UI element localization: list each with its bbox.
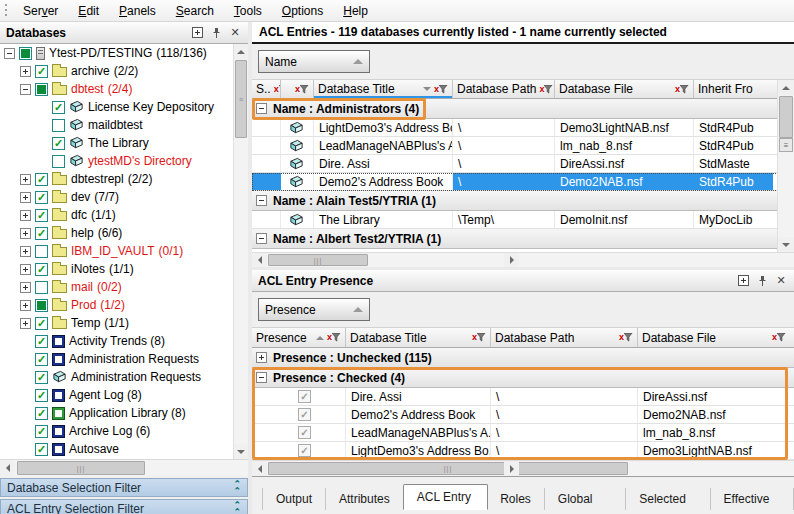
group-row-presence-unchecked[interactable]: Presence : Unchecked (115) xyxy=(252,348,794,368)
tree-item-server-root[interactable]: Ytest-PD/TESTING(118/136) xyxy=(0,44,248,62)
groupby-name-button[interactable]: Name xyxy=(258,50,370,73)
tree-item-administration-requests-1[interactable]: Administration Requests xyxy=(0,350,248,368)
column-header-selection[interactable]: S.. x xyxy=(252,80,281,98)
tree-checkbox[interactable] xyxy=(52,101,65,114)
column-header-database-file[interactable]: Database File x xyxy=(555,80,694,98)
column-header-database-path[interactable]: Database Path x xyxy=(491,328,638,347)
tree-vertical-scrollbar[interactable]: ≡ xyxy=(233,44,248,459)
tree-item-ytestmd-directory[interactable]: ytestMD's Directory xyxy=(0,152,248,170)
column-filter-icon[interactable]: x xyxy=(434,85,448,94)
tree-checkbox[interactable] xyxy=(35,263,48,276)
section-split-icon[interactable]: ≡ xyxy=(779,138,793,152)
scroll-left-icon[interactable] xyxy=(252,253,267,267)
presence-checkbox[interactable] xyxy=(298,390,311,403)
column-filter-icon[interactable]: x xyxy=(472,333,486,342)
expand-icon[interactable] xyxy=(20,66,31,77)
column-header-database-title[interactable]: Database Title x xyxy=(314,80,453,98)
expand-icon[interactable] xyxy=(256,352,267,363)
presence-row[interactable]: LeadManageNABPlus's A... \ lm_nab_8.nsf xyxy=(252,424,794,442)
group-row-administrators[interactable]: Name : Administrators (4) xyxy=(252,99,794,119)
tree-item-activity-trends[interactable]: Activity Trends (8) xyxy=(0,332,248,350)
tree-checkbox[interactable] xyxy=(35,353,48,366)
column-header-icon[interactable]: x xyxy=(281,80,314,98)
menu-item-options[interactable]: Options xyxy=(272,1,333,21)
scroll-up-icon[interactable] xyxy=(778,80,794,95)
tab-attributes[interactable]: Attributes xyxy=(326,488,404,510)
tree-checkbox[interactable] xyxy=(35,335,48,348)
tree-checkbox[interactable] xyxy=(35,83,48,96)
tree-checkbox[interactable] xyxy=(35,425,48,438)
group-row-presence-checked[interactable]: Presence : Checked (4) xyxy=(252,368,794,388)
column-header-inherit-from[interactable]: Inherit Fro xyxy=(694,80,773,98)
tree-checkbox[interactable] xyxy=(35,173,48,186)
tree-checkbox[interactable] xyxy=(52,155,65,168)
acl-entry-row[interactable]: The Library \Temp\ DemoInit.nsf MyDocLib xyxy=(252,211,794,229)
expand-panel-icon[interactable] xyxy=(736,274,750,288)
presence-row[interactable]: Dire. Assi \ DireAssi.nsf xyxy=(252,388,794,406)
tree-checkbox[interactable] xyxy=(35,443,48,456)
presence-row[interactable]: Demo2's Address Book \ Demo2NAB.nsf xyxy=(252,406,794,424)
tree-checkbox[interactable] xyxy=(35,407,48,420)
tab-effective[interactable]: Effective A... xyxy=(711,488,794,510)
tree-checkbox[interactable] xyxy=(35,191,48,204)
group-row-alain-test5[interactable]: Name : Alain Test5/YTRIA (1) xyxy=(252,191,794,211)
expand-icon[interactable] xyxy=(20,174,31,185)
presence-row[interactable]: LightDemo3's Address Bo... \ Demo3LightN… xyxy=(252,442,794,460)
tree-item-dfc[interactable]: dfc(1/1) xyxy=(0,206,248,224)
pin-icon[interactable] xyxy=(209,26,223,40)
scroll-down-icon[interactable] xyxy=(778,237,794,252)
presence-checkbox[interactable] xyxy=(298,426,311,439)
toolbar-grip-icon[interactable] xyxy=(3,4,13,18)
tree-item-temp[interactable]: Temp(1/1) xyxy=(0,314,248,332)
presence-checkbox[interactable] xyxy=(298,408,311,421)
presence-horizontal-scrollbar[interactable]: ||| xyxy=(252,460,794,476)
close-panel-icon[interactable]: ✕ xyxy=(774,274,788,288)
tree-checkbox[interactable] xyxy=(19,47,32,60)
column-header-database-title[interactable]: Database Title x xyxy=(346,328,491,347)
collapse-icon[interactable] xyxy=(256,233,267,244)
tree-item-agent-log[interactable]: Agent Log (8) xyxy=(0,386,248,404)
column-filter-icon[interactable]: x xyxy=(619,333,633,342)
groupby-presence-button[interactable]: Presence xyxy=(258,298,370,321)
column-header-database-path[interactable]: Database Path x xyxy=(453,80,555,98)
collapse-chevron-icon[interactable]: ⌃⌃ xyxy=(233,481,241,495)
menu-item-help[interactable]: Help xyxy=(333,1,378,21)
expand-icon[interactable] xyxy=(20,192,31,203)
collapse-icon[interactable] xyxy=(256,103,267,114)
scrollbar-thumb[interactable]: ||| xyxy=(268,254,368,266)
tree-checkbox[interactable] xyxy=(35,299,48,312)
tree-item-archive[interactable]: archive(2/2) xyxy=(0,62,248,80)
tree-checkbox[interactable] xyxy=(35,371,48,384)
tab-output[interactable]: Output xyxy=(262,488,326,510)
scrollbar-thumb[interactable]: ||| xyxy=(17,461,145,475)
scrollbar-thumb[interactable]: ||| xyxy=(268,462,628,475)
tree-checkbox[interactable] xyxy=(35,209,48,222)
scroll-right-icon[interactable] xyxy=(504,461,519,476)
pin-icon[interactable] xyxy=(755,274,769,288)
scroll-down-icon[interactable] xyxy=(234,444,248,459)
acl-entry-row[interactable]: LeadManageNABPlus's A... \ lm_nab_8.nsf … xyxy=(252,137,794,155)
tree-checkbox[interactable] xyxy=(35,65,48,78)
expand-icon[interactable] xyxy=(20,318,31,329)
menu-item-server[interactable]: Server xyxy=(13,1,68,21)
tree-item-help[interactable]: help(6/6) xyxy=(0,224,248,242)
expand-icon[interactable] xyxy=(20,282,31,293)
column-header-presence[interactable]: Presence x xyxy=(252,328,346,347)
group-row-albert-test2[interactable]: Name : Albert Test2/YTRIA (1) xyxy=(252,229,794,249)
scrollbar-thumb[interactable]: ≡ xyxy=(235,60,247,138)
column-filter-icon[interactable]: x xyxy=(539,85,553,94)
expand-icon[interactable] xyxy=(20,228,31,239)
tree-checkbox[interactable] xyxy=(52,137,65,150)
acl-entry-row[interactable]: LightDemo3's Address Bo... \ Demo3LightN… xyxy=(252,119,794,137)
expand-icon[interactable] xyxy=(20,246,31,257)
tab-selected[interactable]: Selected A... xyxy=(626,488,710,510)
expand-icon[interactable] xyxy=(20,300,31,311)
tab-global-acl[interactable]: Global AC... xyxy=(545,488,626,510)
tree-item-maildbtest[interactable]: maildbtest xyxy=(0,116,248,134)
tree-item-archive-log[interactable]: Archive Log (6) xyxy=(0,422,248,440)
collapse-icon[interactable] xyxy=(256,195,267,206)
acl-entries-vertical-scrollbar[interactable]: ≡ xyxy=(777,80,794,252)
expand-icon[interactable] xyxy=(20,210,31,221)
acl-entry-selection-filter-bar[interactable]: ACL Entry Selection Filter ⌃⌃ xyxy=(0,499,248,514)
menu-item-edit[interactable]: Edit xyxy=(68,1,109,21)
